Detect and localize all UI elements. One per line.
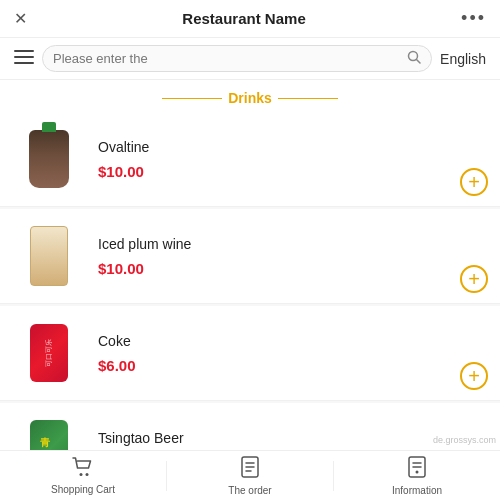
item-image-coke <box>14 318 84 388</box>
cart-icon <box>72 457 94 482</box>
nav-item-order[interactable]: The order <box>167 452 333 500</box>
menu-item-ovaltine: Ovaltine $10.00 + <box>0 112 500 207</box>
menu-icon[interactable] <box>14 48 34 69</box>
order-icon <box>240 456 260 483</box>
item-price-iced-plum-wine: $10.00 <box>98 260 486 277</box>
add-button-iced-plum-wine[interactable]: + <box>460 265 488 293</box>
svg-rect-2 <box>14 62 34 64</box>
more-icon[interactable]: ••• <box>461 8 486 29</box>
add-button-coke[interactable]: + <box>460 362 488 390</box>
menu-item-coke: Coke $6.00 + <box>0 306 500 401</box>
bottom-nav: Shopping Cart The order Information <box>0 450 500 500</box>
tsingtao-visual <box>30 420 68 450</box>
svg-point-6 <box>86 473 89 476</box>
item-details-coke: Coke $6.00 <box>98 333 486 374</box>
ovaltine-drink-visual <box>29 130 69 188</box>
section-header-drinks: Drinks <box>0 80 500 112</box>
item-price-coke: $6.00 <box>98 357 486 374</box>
section-line-right <box>278 98 338 99</box>
svg-line-4 <box>417 60 421 64</box>
menu-item-iced-plum-wine: Iced plum wine $10.00 + <box>0 209 500 304</box>
nav-label-info: Information <box>392 485 442 496</box>
item-image-tsingtao <box>14 415 84 450</box>
nav-item-info[interactable]: Information <box>334 452 500 500</box>
nav-item-cart[interactable]: Shopping Cart <box>0 453 166 499</box>
iced-plum-wine-visual <box>30 226 68 286</box>
nav-label-order: The order <box>228 485 271 496</box>
item-details-iced-plum-wine: Iced plum wine $10.00 <box>98 236 486 277</box>
info-icon <box>407 456 427 483</box>
close-icon[interactable]: ✕ <box>14 9 27 28</box>
item-price-ovaltine: $10.00 <box>98 163 486 180</box>
item-image-iced-plum-wine <box>14 221 84 291</box>
item-details-tsingtao: Tsingtao Beer $10.00 <box>98 430 486 451</box>
restaurant-name: Restaurant Name <box>182 10 305 27</box>
nav-label-cart: Shopping Cart <box>51 484 115 495</box>
svg-rect-0 <box>14 50 34 52</box>
svg-rect-1 <box>14 56 34 58</box>
search-input[interactable] <box>53 51 407 66</box>
item-name-iced-plum-wine: Iced plum wine <box>98 236 486 252</box>
item-details-ovaltine: Ovaltine $10.00 <box>98 139 486 180</box>
search-bar: English <box>0 38 500 80</box>
menu-item-tsingtao: Tsingtao Beer $10.00 + <box>0 403 500 450</box>
section-title: Drinks <box>228 90 272 106</box>
section-line-left <box>162 98 222 99</box>
item-image-ovaltine <box>14 124 84 194</box>
search-icon <box>407 50 421 67</box>
language-selector[interactable]: English <box>440 51 486 67</box>
add-button-ovaltine[interactable]: + <box>460 168 488 196</box>
coke-visual <box>30 324 68 382</box>
menu-content: Drinks Ovaltine $10.00 + Iced plum wine … <box>0 80 500 450</box>
search-input-wrap[interactable] <box>42 45 432 72</box>
top-bar: ✕ Restaurant Name ••• <box>0 0 500 38</box>
item-name-ovaltine: Ovaltine <box>98 139 486 155</box>
item-name-tsingtao: Tsingtao Beer <box>98 430 486 446</box>
svg-point-14 <box>416 470 419 473</box>
item-name-coke: Coke <box>98 333 486 349</box>
svg-point-5 <box>80 473 83 476</box>
